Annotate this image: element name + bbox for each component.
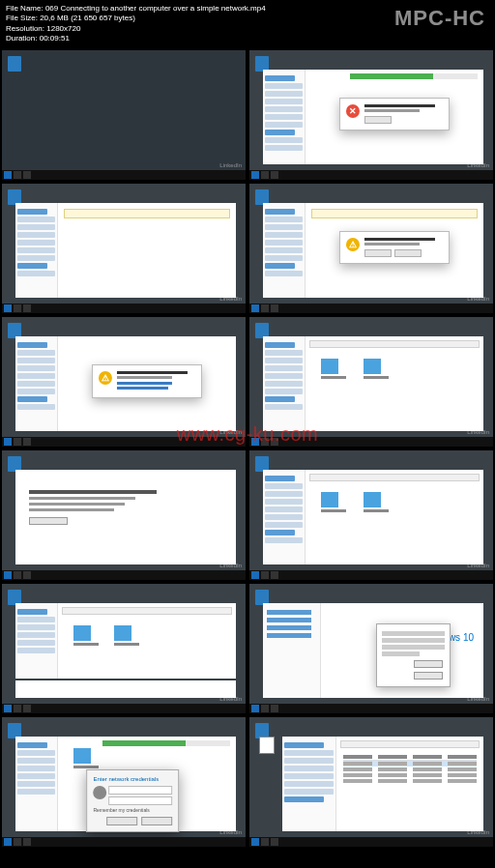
explorer-window <box>15 203 236 298</box>
thumb-4[interactable]: ⚠ LinkedIn <box>249 184 493 313</box>
nav-sidebar <box>263 70 306 164</box>
address-bar[interactable] <box>340 740 480 748</box>
linkedin-watermark: LinkedIn <box>467 696 489 702</box>
explorer-window: ✕ <box>263 70 483 164</box>
linkedin-watermark: LinkedIn <box>219 296 242 302</box>
taskbar <box>2 170 246 180</box>
control-panel-window <box>15 470 236 564</box>
dialog-title: Enter network credentials <box>93 776 172 782</box>
ok-button[interactable] <box>414 672 443 680</box>
info-bar[interactable] <box>64 209 230 218</box>
resolution-label: Resolution: <box>6 24 44 34</box>
thumb-12[interactable]: LinkedIn <box>249 717 493 847</box>
thumb-11[interactable]: Enter network credentials Remember my cr… <box>2 717 246 847</box>
thumb-6[interactable]: LinkedIn <box>249 317 493 447</box>
taskbar <box>249 437 493 447</box>
taskbar <box>249 570 493 580</box>
resolution-value: 1280x720 <box>46 24 80 33</box>
thumb-5[interactable]: ⚠ LinkedIn <box>2 317 246 447</box>
linkedin-watermark: LinkedIn <box>219 429 242 435</box>
explorer-window <box>263 336 483 431</box>
discovery-dialog: ⚠ <box>339 231 450 264</box>
address-bar[interactable] <box>309 474 480 481</box>
yes-button[interactable] <box>364 249 392 257</box>
thumb-2[interactable]: ✕ LinkedIn <box>249 50 493 180</box>
nav-sidebar <box>15 203 58 298</box>
progress-bar <box>102 740 230 746</box>
file-list <box>340 751 480 787</box>
error-icon: ✕ <box>346 104 360 118</box>
ok-button[interactable] <box>364 116 392 124</box>
no-button[interactable] <box>394 249 422 257</box>
linkedin-watermark: LinkedIn <box>219 829 242 835</box>
network-computer-icon[interactable] <box>321 492 346 512</box>
player-logo: MPC-HC <box>394 6 485 31</box>
thumb-10[interactable]: Windows 10 LinkedIn <box>249 584 493 713</box>
thumb-8[interactable]: LinkedIn <box>249 450 493 580</box>
address-bar[interactable] <box>309 340 480 348</box>
shield-icon: ⚠ <box>346 238 360 251</box>
explorer-window: Enter network credentials Remember my cr… <box>15 737 236 831</box>
discovery-dialog: ⚠ <box>92 364 202 398</box>
network-computer-icon[interactable] <box>73 625 99 646</box>
linkedin-watermark: LinkedIn <box>219 162 242 168</box>
nav-sidebar <box>263 470 306 564</box>
file-size-value: 20,6 MB (21 650 657 bytes) <box>40 14 135 22</box>
cancel-button[interactable] <box>414 660 443 668</box>
password-field[interactable] <box>108 796 172 805</box>
explorer-window <box>15 603 236 679</box>
taskbar <box>249 837 493 847</box>
taskbar <box>2 704 246 713</box>
linkedin-watermark: LinkedIn <box>467 162 489 168</box>
nav-sidebar <box>263 203 306 298</box>
nav-sidebar <box>15 603 58 679</box>
linkedin-watermark: LinkedIn <box>467 563 489 568</box>
explorer-window <box>282 737 483 831</box>
save-button[interactable] <box>29 517 68 525</box>
info-bar[interactable] <box>311 209 478 218</box>
file-name-value: 069 Connecting to another computer over … <box>45 4 266 13</box>
notepad-icon[interactable] <box>259 737 275 754</box>
nav-sidebar <box>263 336 306 431</box>
credentials-dialog: Enter network credentials Remember my cr… <box>86 769 179 832</box>
taskbar <box>2 304 246 313</box>
taskbar <box>2 437 246 447</box>
thumbnail-grid: LinkedIn ✕ LinkedIn <box>0 48 495 853</box>
thumb-7[interactable]: LinkedIn <box>2 450 246 580</box>
taskbar <box>249 304 493 313</box>
linkedin-watermark: LinkedIn <box>467 429 489 435</box>
folder-icon[interactable] <box>73 748 99 768</box>
network-center-window: Windows 10 <box>263 603 483 698</box>
error-dialog: ✕ <box>339 98 450 130</box>
thumb-3[interactable]: LinkedIn <box>2 184 246 313</box>
ok-button[interactable] <box>106 817 137 825</box>
explorer-window <box>263 470 483 564</box>
thumb-1[interactable]: LinkedIn <box>2 50 246 180</box>
second-window <box>15 680 236 698</box>
remember-checkbox[interactable]: Remember my credentials <box>93 807 172 813</box>
explorer-window: ⚠ <box>263 203 483 298</box>
username-field[interactable] <box>108 786 172 795</box>
network-items <box>309 484 480 522</box>
thumb-9[interactable]: LinkedIn <box>2 584 246 713</box>
file-row[interactable] <box>343 778 477 784</box>
network-computer-icon[interactable] <box>364 492 389 512</box>
taskbar <box>2 837 246 847</box>
linkedin-watermark: LinkedIn <box>467 829 489 835</box>
control-panel-nav <box>263 603 321 698</box>
column-headers[interactable] <box>343 754 477 761</box>
network-computer-icon[interactable] <box>321 359 346 379</box>
nav-sidebar <box>282 737 336 831</box>
progress-bar <box>350 73 478 79</box>
address-bar[interactable] <box>62 607 232 615</box>
recycle-bin-icon <box>8 56 21 72</box>
taskbar <box>249 704 493 713</box>
taskbar <box>249 170 493 180</box>
network-computer-icon[interactable] <box>114 625 139 646</box>
cancel-button[interactable] <box>141 817 172 825</box>
linkedin-watermark: LinkedIn <box>219 696 242 702</box>
duration-label: Duration: <box>6 34 37 43</box>
file-size-label: File Size: <box>6 14 38 23</box>
duration-value: 00:09:51 <box>40 34 70 43</box>
network-computer-icon[interactable] <box>364 359 389 379</box>
